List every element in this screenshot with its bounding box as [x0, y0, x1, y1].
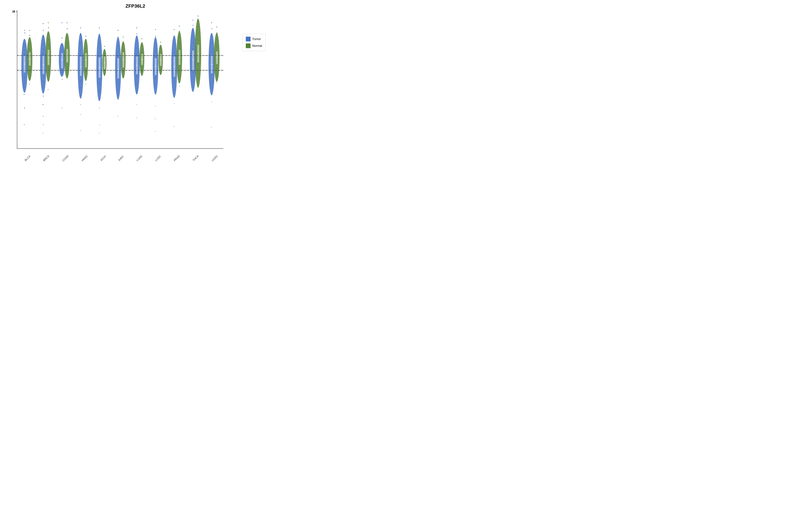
svg-point-229: [160, 69, 161, 70]
svg-point-15: [24, 94, 25, 95]
legend: Tumor Normal: [242, 34, 266, 51]
svg-point-170: [123, 37, 124, 38]
svg-rect-318: [216, 51, 218, 64]
svg-point-111: [80, 114, 82, 115]
x-label-LUSC: LUSC: [154, 155, 162, 162]
violin-LUAD-normal: [140, 38, 144, 76]
svg-point-51: [43, 124, 44, 125]
svg-point-225: [160, 48, 161, 49]
violin-KICH-tumor: [96, 27, 102, 134]
svg-point-309: [216, 33, 217, 34]
svg-point-71: [61, 22, 62, 23]
svg-point-130: [99, 34, 100, 35]
legend-normal-label: Normal: [252, 44, 262, 48]
violin-COAD-normal: [64, 22, 70, 78]
svg-rect-274: [192, 51, 194, 70]
x-label-PRAD: PRAD: [173, 155, 181, 162]
svg-point-263: [193, 25, 194, 26]
svg-point-99: [80, 34, 82, 35]
svg-point-94: [66, 74, 67, 75]
svg-point-117: [86, 41, 87, 42]
svg-point-74: [62, 51, 63, 52]
x-labels: BLCA BRCA COAD HNSC KICH KIRC LUAD LUSC …: [17, 157, 223, 160]
svg-point-3: [24, 44, 25, 45]
svg-point-81: [61, 108, 62, 109]
legend-normal: Normal: [246, 44, 262, 48]
x-label-THCA: THCA: [192, 155, 200, 162]
svg-point-294: [211, 36, 212, 37]
svg-point-112: [80, 130, 81, 131]
svg-point-64: [48, 67, 49, 68]
svg-point-304: [211, 127, 212, 128]
svg-point-248: [179, 26, 180, 27]
violin-UCEC-normal: [214, 26, 219, 83]
svg-point-60: [48, 45, 49, 46]
svg-point-210: [155, 51, 156, 52]
svg-point-292: [211, 22, 212, 23]
legend-tumor-label: Tumor: [252, 37, 261, 41]
svg-point-47: [43, 87, 44, 88]
svg-point-250: [179, 37, 180, 38]
x-label-UCEC: UCEC: [211, 155, 218, 162]
svg-point-142: [99, 133, 100, 134]
svg-point-73: [61, 45, 62, 46]
svg-point-14: [24, 87, 25, 88]
svg-point-22: [29, 35, 30, 36]
svg-point-303: [211, 102, 212, 103]
violin-UCEC-tumor: [209, 22, 215, 128]
svg-point-184: [136, 48, 137, 49]
svg-point-93: [66, 68, 67, 69]
svg-point-156: [118, 37, 119, 38]
svg-point-4: [24, 45, 25, 46]
svg-point-151: [104, 74, 105, 75]
svg-point-181: [136, 27, 137, 29]
violin-BRCA-normal: [46, 22, 51, 90]
svg-point-296: [211, 51, 212, 52]
plot-area: 8 9 10 11 12 13 14 15: [17, 10, 223, 149]
svg-point-48: [43, 96, 44, 97]
svg-point-35: [43, 23, 44, 24]
svg-point-267: [192, 48, 193, 49]
violin-BLCA-normal: [27, 30, 32, 85]
svg-rect-167: [117, 58, 119, 78]
svg-point-217: [155, 94, 156, 95]
legend-normal-box: [246, 44, 251, 48]
svg-point-38: [43, 44, 44, 45]
svg-point-293: [211, 28, 212, 29]
svg-point-56: [48, 22, 49, 23]
svg-point-300: [211, 74, 212, 75]
svg-point-101: [80, 49, 81, 50]
svg-point-109: [80, 95, 81, 96]
svg-point-310: [216, 39, 217, 40]
svg-rect-113: [80, 56, 82, 76]
svg-point-6: [24, 53, 25, 54]
svg-point-13: [24, 82, 25, 83]
violin-HNSC-tumor: [78, 27, 84, 131]
svg-point-234: [174, 36, 175, 37]
svg-point-57: [48, 27, 49, 29]
svg-point-147: [104, 53, 105, 54]
svg-point-17: [24, 124, 25, 125]
svg-point-49: [43, 104, 44, 105]
svg-point-16: [24, 108, 25, 109]
svg-point-271: [192, 72, 193, 73]
svg-point-183: [136, 41, 137, 42]
svg-point-24: [29, 48, 30, 49]
svg-point-287: [198, 78, 199, 79]
svg-point-66: [48, 79, 49, 80]
svg-point-272: [193, 79, 194, 80]
svg-point-301: [211, 81, 212, 82]
violin-BRCA-tumor: [40, 23, 46, 134]
svg-point-315: [216, 68, 217, 69]
svg-point-39: [43, 48, 44, 49]
violin-BLCA-tumor: [21, 30, 28, 125]
svg-point-52: [43, 133, 44, 134]
svg-point-192: [136, 104, 137, 105]
svg-point-197: [141, 38, 143, 39]
svg-point-177: [123, 76, 124, 77]
svg-point-295: [211, 44, 212, 45]
svg-point-198: [142, 45, 143, 46]
svg-point-131: [99, 44, 100, 45]
svg-point-211: [155, 57, 156, 58]
svg-point-288: [197, 87, 198, 88]
